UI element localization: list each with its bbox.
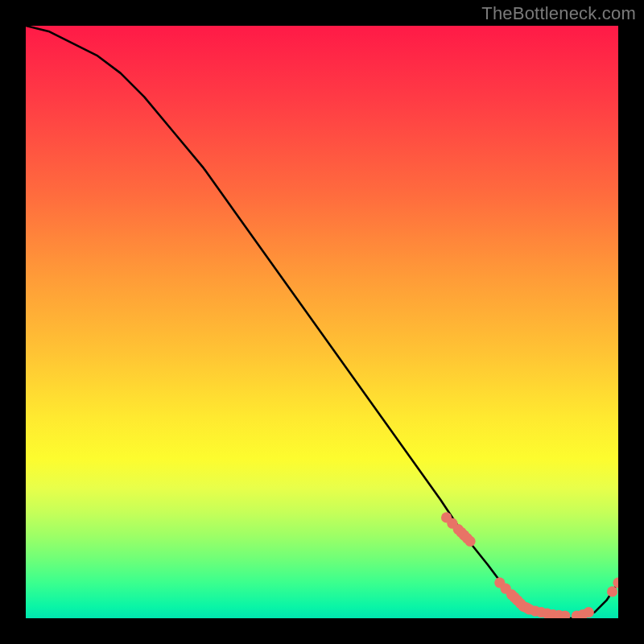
highlight-point bbox=[607, 586, 617, 597]
bottleneck-curve bbox=[26, 26, 618, 618]
highlight-point bbox=[613, 577, 618, 588]
chart-svg bbox=[26, 26, 618, 618]
chart-frame: TheBottleneck.com bbox=[0, 0, 644, 644]
highlight-point bbox=[464, 536, 475, 547]
highlight-points-layer bbox=[441, 512, 618, 618]
highlight-point bbox=[584, 607, 594, 617]
curve-layer bbox=[26, 26, 618, 618]
plot-area bbox=[26, 26, 618, 618]
watermark-text: TheBottleneck.com bbox=[481, 3, 636, 24]
